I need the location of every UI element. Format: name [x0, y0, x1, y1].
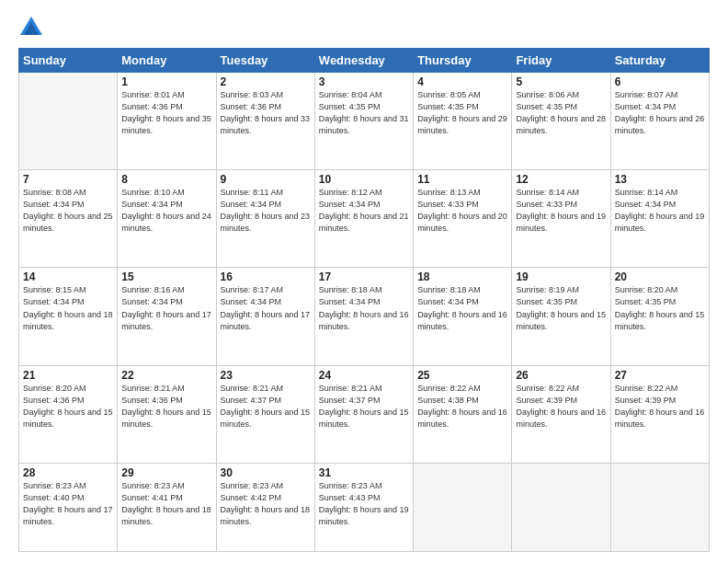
day-number: 14: [23, 270, 113, 283]
day-info: Sunrise: 8:14 AMSunset: 4:34 PMDaylight:…: [615, 187, 705, 235]
day-number: 30: [221, 466, 311, 479]
calendar-cell: 12Sunrise: 8:14 AMSunset: 4:33 PMDayligh…: [512, 170, 610, 268]
day-info: Sunrise: 8:12 AMSunset: 4:34 PMDaylight:…: [319, 187, 409, 235]
calendar-cell: 6Sunrise: 8:07 AMSunset: 4:34 PMDaylight…: [610, 73, 709, 170]
day-number: 8: [121, 173, 211, 186]
calendar-cell: 5Sunrise: 8:06 AMSunset: 4:35 PMDaylight…: [512, 73, 610, 170]
day-info: Sunrise: 8:23 AMSunset: 4:40 PMDaylight:…: [23, 480, 113, 528]
weekday-header-thursday: Thursday: [414, 49, 512, 73]
calendar-cell: 24Sunrise: 8:21 AMSunset: 4:37 PMDayligh…: [314, 365, 413, 463]
weekday-header-wednesday: Wednesday: [314, 49, 413, 73]
weekday-header-saturday: Saturday: [610, 49, 709, 73]
day-number: 31: [319, 466, 409, 479]
day-number: 13: [615, 173, 705, 186]
day-info: Sunrise: 8:04 AMSunset: 4:35 PMDaylight:…: [319, 89, 409, 137]
calendar-cell: 17Sunrise: 8:18 AMSunset: 4:34 PMDayligh…: [314, 268, 413, 365]
day-number: 18: [417, 270, 507, 283]
day-number: 2: [221, 75, 311, 88]
calendar-cell: 31Sunrise: 8:23 AMSunset: 4:43 PMDayligh…: [314, 463, 413, 551]
week-row-2: 7Sunrise: 8:08 AMSunset: 4:34 PMDaylight…: [19, 170, 710, 268]
day-number: 27: [615, 369, 705, 382]
day-info: Sunrise: 8:20 AMSunset: 4:36 PMDaylight:…: [23, 383, 113, 431]
day-info: Sunrise: 8:21 AMSunset: 4:36 PMDaylight:…: [121, 383, 211, 431]
weekday-header-row: SundayMondayTuesdayWednesdayThursdayFrid…: [19, 49, 710, 73]
day-number: 29: [121, 466, 211, 479]
calendar-cell: 3Sunrise: 8:04 AMSunset: 4:35 PMDaylight…: [314, 73, 413, 170]
calendar-cell: 22Sunrise: 8:21 AMSunset: 4:36 PMDayligh…: [118, 365, 216, 463]
day-info: Sunrise: 8:23 AMSunset: 4:43 PMDaylight:…: [319, 480, 409, 528]
day-info: Sunrise: 8:17 AMSunset: 4:34 PMDaylight:…: [221, 284, 311, 332]
day-info: Sunrise: 8:08 AMSunset: 4:34 PMDaylight:…: [23, 187, 113, 235]
day-number: 5: [516, 75, 606, 88]
day-info: Sunrise: 8:18 AMSunset: 4:34 PMDaylight:…: [417, 284, 507, 332]
day-info: Sunrise: 8:20 AMSunset: 4:35 PMDaylight:…: [615, 284, 705, 332]
calendar-cell: 11Sunrise: 8:13 AMSunset: 4:33 PMDayligh…: [414, 170, 512, 268]
weekday-header-friday: Friday: [512, 49, 610, 73]
day-number: 19: [516, 270, 606, 283]
day-info: Sunrise: 8:22 AMSunset: 4:39 PMDaylight:…: [615, 383, 705, 431]
day-number: 6: [615, 75, 705, 88]
weekday-header-tuesday: Tuesday: [216, 49, 314, 73]
week-row-1: 1Sunrise: 8:01 AMSunset: 4:36 PMDaylight…: [19, 73, 710, 170]
day-info: Sunrise: 8:22 AMSunset: 4:39 PMDaylight:…: [516, 383, 606, 431]
day-number: 11: [417, 173, 507, 186]
weekday-header-monday: Monday: [118, 49, 216, 73]
calendar-cell: 20Sunrise: 8:20 AMSunset: 4:35 PMDayligh…: [610, 268, 709, 365]
week-row-3: 14Sunrise: 8:15 AMSunset: 4:34 PMDayligh…: [19, 268, 710, 365]
calendar-cell: 16Sunrise: 8:17 AMSunset: 4:34 PMDayligh…: [216, 268, 314, 365]
day-number: 3: [319, 75, 409, 88]
calendar-cell: 25Sunrise: 8:22 AMSunset: 4:38 PMDayligh…: [414, 365, 512, 463]
day-number: 23: [221, 369, 311, 382]
calendar-cell: 1Sunrise: 8:01 AMSunset: 4:36 PMDaylight…: [118, 73, 216, 170]
day-number: 25: [417, 369, 507, 382]
day-info: Sunrise: 8:22 AMSunset: 4:38 PMDaylight:…: [417, 383, 507, 431]
calendar-cell: 2Sunrise: 8:03 AMSunset: 4:36 PMDaylight…: [216, 73, 314, 170]
day-number: 20: [615, 270, 705, 283]
day-info: Sunrise: 8:21 AMSunset: 4:37 PMDaylight:…: [221, 383, 311, 431]
weekday-header-sunday: Sunday: [19, 49, 118, 73]
calendar-cell: 30Sunrise: 8:23 AMSunset: 4:42 PMDayligh…: [216, 463, 314, 551]
day-info: Sunrise: 8:05 AMSunset: 4:35 PMDaylight:…: [417, 89, 507, 137]
calendar-cell: 28Sunrise: 8:23 AMSunset: 4:40 PMDayligh…: [19, 463, 118, 551]
calendar-cell: 10Sunrise: 8:12 AMSunset: 4:34 PMDayligh…: [314, 170, 413, 268]
day-info: Sunrise: 8:23 AMSunset: 4:41 PMDaylight:…: [121, 480, 211, 528]
header: [18, 15, 710, 40]
day-number: 7: [23, 173, 113, 186]
day-info: Sunrise: 8:13 AMSunset: 4:33 PMDaylight:…: [417, 187, 507, 235]
week-row-5: 28Sunrise: 8:23 AMSunset: 4:40 PMDayligh…: [19, 463, 710, 551]
day-number: 17: [319, 270, 409, 283]
day-info: Sunrise: 8:06 AMSunset: 4:35 PMDaylight:…: [516, 89, 606, 137]
calendar-cell: 27Sunrise: 8:22 AMSunset: 4:39 PMDayligh…: [610, 365, 709, 463]
day-number: 10: [319, 173, 409, 186]
day-info: Sunrise: 8:16 AMSunset: 4:34 PMDaylight:…: [121, 284, 211, 332]
day-info: Sunrise: 8:07 AMSunset: 4:34 PMDaylight:…: [615, 89, 705, 137]
day-info: Sunrise: 8:19 AMSunset: 4:35 PMDaylight:…: [516, 284, 606, 332]
calendar-cell: 19Sunrise: 8:19 AMSunset: 4:35 PMDayligh…: [512, 268, 610, 365]
calendar-cell: 21Sunrise: 8:20 AMSunset: 4:36 PMDayligh…: [19, 365, 118, 463]
calendar-cell: [610, 463, 709, 551]
calendar-cell: 18Sunrise: 8:18 AMSunset: 4:34 PMDayligh…: [414, 268, 512, 365]
calendar-cell: 13Sunrise: 8:14 AMSunset: 4:34 PMDayligh…: [610, 170, 709, 268]
calendar-table: SundayMondayTuesdayWednesdayThursdayFrid…: [18, 48, 710, 552]
calendar-cell: [414, 463, 512, 551]
calendar-cell: 23Sunrise: 8:21 AMSunset: 4:37 PMDayligh…: [216, 365, 314, 463]
day-number: 28: [23, 466, 113, 479]
calendar-cell: 26Sunrise: 8:22 AMSunset: 4:39 PMDayligh…: [512, 365, 610, 463]
day-number: 21: [23, 369, 113, 382]
day-info: Sunrise: 8:21 AMSunset: 4:37 PMDaylight:…: [319, 383, 409, 431]
day-number: 16: [221, 270, 311, 283]
day-info: Sunrise: 8:03 AMSunset: 4:36 PMDaylight:…: [221, 89, 311, 137]
day-number: 9: [221, 173, 311, 186]
day-info: Sunrise: 8:11 AMSunset: 4:34 PMDaylight:…: [221, 187, 311, 235]
logo: [18, 15, 48, 40]
day-number: 4: [417, 75, 507, 88]
logo-icon: [18, 15, 44, 40]
calendar-cell: 9Sunrise: 8:11 AMSunset: 4:34 PMDaylight…: [216, 170, 314, 268]
calendar-cell: [512, 463, 610, 551]
day-info: Sunrise: 8:01 AMSunset: 4:36 PMDaylight:…: [121, 89, 211, 137]
day-number: 1: [121, 75, 211, 88]
day-info: Sunrise: 8:18 AMSunset: 4:34 PMDaylight:…: [319, 284, 409, 332]
calendar-cell: 29Sunrise: 8:23 AMSunset: 4:41 PMDayligh…: [118, 463, 216, 551]
day-info: Sunrise: 8:14 AMSunset: 4:33 PMDaylight:…: [516, 187, 606, 235]
day-number: 24: [319, 369, 409, 382]
